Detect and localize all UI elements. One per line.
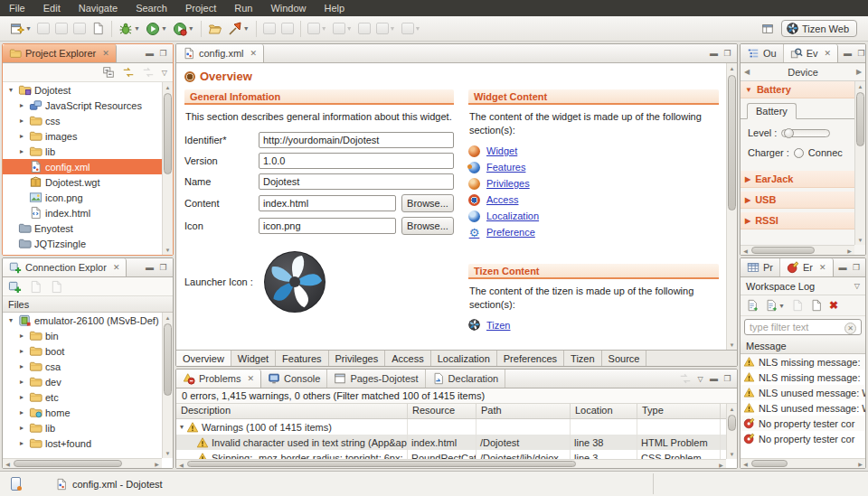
localization-link[interactable]: Localization [468, 211, 539, 222]
expander-icon[interactable]: ▸ [17, 347, 26, 355]
link-with-editor-icon[interactable] [122, 66, 135, 79]
vertical-scrollbar[interactable]: ▲▼ [726, 404, 737, 459]
expander-icon[interactable]: ▸ [17, 117, 26, 125]
tab-error-log[interactable]: Er ✕ [780, 258, 834, 276]
fast-view-icon[interactable] [11, 477, 21, 491]
column-path[interactable]: Path [476, 404, 571, 418]
tree-item[interactable]: ▾emulator-26100 (MSvB-Def) [3, 313, 173, 328]
page-tab-widget[interactable]: Widget [231, 351, 276, 366]
restore-log-icon[interactable] [791, 299, 804, 312]
page-tab-tizen[interactable]: Tizen [564, 351, 602, 366]
identifier-input[interactable] [259, 132, 454, 148]
minimize-icon[interactable]: ▬ [843, 49, 853, 59]
close-icon[interactable]: ✕ [247, 374, 254, 383]
log-row[interactable]: NLS unused message: W [741, 400, 865, 416]
version-input[interactable] [259, 153, 454, 169]
log-row[interactable]: NLS unused message: W [741, 385, 865, 400]
privileges-link[interactable]: Privileges [468, 178, 530, 190]
tab-config-xml[interactable]: config.xml ✕ [176, 44, 264, 62]
features-link[interactable]: Features [468, 162, 525, 173]
prev-device-icon[interactable]: ◀ [741, 68, 753, 76]
push-file-icon[interactable] [29, 280, 42, 294]
page-tab-source[interactable]: Source [602, 351, 647, 366]
expander-icon[interactable]: ▸ [17, 378, 26, 386]
menu-window[interactable]: Window [261, 1, 315, 16]
menu-navigate[interactable]: Navigate [70, 1, 127, 16]
expander-icon[interactable]: ▸ [17, 147, 26, 155]
external-tools-button[interactable] [263, 23, 276, 34]
battery-section-header[interactable]: ▼ Battery [741, 81, 854, 98]
dropdown-arrow-icon[interactable]: ▼ [161, 25, 167, 32]
log-row[interactable]: NLS missing message: [741, 354, 865, 370]
log-row[interactable]: No property tester cor [741, 416, 865, 431]
tree-item[interactable]: ▸csa [3, 359, 173, 374]
vertical-scrollbar[interactable]: ▲▼ [162, 82, 173, 255]
open-file-button[interactable] [208, 22, 222, 36]
close-icon[interactable]: ✕ [113, 263, 120, 272]
page-tab-privileges[interactable]: Privileges [329, 351, 386, 366]
icon-input[interactable] [259, 218, 396, 234]
battery-level-slider[interactable] [781, 129, 830, 137]
dropdown-arrow-icon[interactable]: ▼ [188, 25, 194, 32]
menu-help[interactable]: Help [316, 1, 354, 16]
tree-item[interactable]: Enyotest [3, 220, 173, 236]
maximize-icon[interactable]: ❐ [852, 263, 862, 273]
maximize-icon[interactable]: ❐ [856, 49, 866, 59]
tab-project-explorer[interactable]: Project Explorer ✕ [3, 44, 117, 62]
menu-project[interactable]: Project [176, 1, 225, 16]
tree-item[interactable]: index.html [3, 205, 173, 220]
import-log-icon[interactable]: ▼ [765, 299, 785, 312]
forward-button[interactable]: ▼ [401, 23, 421, 34]
horizontal-scrollbar[interactable]: ◀▶ [741, 458, 865, 468]
tree-item[interactable]: ▸lost+found [3, 435, 173, 451]
log-row[interactable]: No property tester cor [741, 431, 865, 446]
vertical-scrollbar[interactable]: ▲▼ [162, 313, 173, 458]
view-menu-icon[interactable]: ▽ [162, 69, 167, 77]
tab-declaration[interactable]: Declaration [426, 370, 506, 388]
minimize-icon[interactable]: ▬ [709, 374, 719, 384]
tree-item[interactable]: ▸lib [3, 420, 173, 435]
export-log-icon[interactable] [746, 299, 759, 312]
print-button[interactable] [73, 23, 86, 34]
save-all-button[interactable] [55, 23, 68, 34]
access-link[interactable]: Access [468, 194, 518, 206]
search-button[interactable] [281, 23, 294, 34]
next-device-icon[interactable]: ▶ [853, 68, 865, 76]
tree-item[interactable]: ▸css [3, 113, 173, 128]
tab-properties[interactable]: Pr [741, 258, 780, 276]
minimize-icon[interactable]: ▬ [145, 263, 155, 273]
tab-pages-dojotest[interactable]: Pages-Dojotest [327, 370, 425, 388]
debug-button[interactable]: ▼ [118, 22, 140, 36]
battery-subtab[interactable]: Battery [747, 103, 797, 119]
launch-wizard-button[interactable]: ▼ [228, 22, 250, 36]
expander-icon[interactable]: ▸ [17, 132, 26, 140]
maximize-icon[interactable]: ❐ [722, 374, 732, 384]
maximize-icon[interactable]: ❐ [158, 263, 168, 273]
menu-run[interactable]: Run [225, 1, 261, 16]
expander-icon[interactable]: ▸ [17, 393, 26, 401]
expander-icon[interactable]: ▾ [180, 423, 184, 431]
log-row[interactable]: NLS missing message: [741, 370, 865, 385]
name-input[interactable] [259, 173, 454, 190]
tree-item[interactable]: ▸lib [3, 144, 173, 159]
widget-link[interactable]: Widget [468, 145, 517, 157]
message-column-header[interactable]: Message [741, 338, 865, 354]
expander-icon[interactable]: ▸ [17, 424, 26, 432]
maximize-icon[interactable]: ❐ [722, 49, 732, 59]
annotation-next-button[interactable]: ▼ [307, 23, 327, 34]
page-tab-localization[interactable]: Localization [431, 351, 497, 366]
last-edit-button[interactable] [358, 23, 371, 34]
expander-icon[interactable]: ▸ [17, 408, 26, 416]
minimize-icon[interactable]: ▬ [838, 263, 848, 273]
dropdown-arrow-icon[interactable]: ▼ [25, 25, 32, 32]
page-tab-features[interactable]: Features [276, 351, 328, 366]
clear-filter-icon[interactable]: ✕ [844, 323, 856, 334]
clear-log-icon[interactable]: ✖ [829, 299, 838, 312]
column-location[interactable]: Location [571, 404, 637, 418]
tree-item[interactable]: ▸JavaScript Resources [3, 98, 173, 113]
maximize-icon[interactable]: ❐ [158, 49, 168, 59]
tree-item[interactable]: JQTizsingle [3, 236, 173, 251]
expander-icon[interactable]: ▾ [6, 86, 15, 94]
save-button[interactable] [37, 23, 50, 34]
column-type[interactable]: Type [637, 404, 721, 418]
